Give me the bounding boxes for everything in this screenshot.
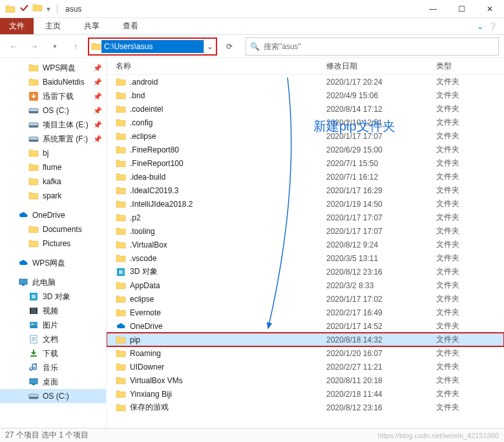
file-row[interactable]: .eclipse 2020/1/17 17:07 文件夹 bbox=[107, 129, 504, 143]
folder-icon bbox=[116, 118, 126, 128]
file-name: UIDowner bbox=[130, 363, 164, 372]
sidebar-pc-item[interactable]: 下载 bbox=[0, 346, 106, 361]
sidebar-quick-item[interactable]: flume bbox=[0, 160, 106, 174]
file-row[interactable]: VirtualBox VMs 2020/8/11 20:18 文件夹 bbox=[107, 374, 504, 387]
maximize-button[interactable]: ☐ bbox=[447, 0, 476, 18]
search-input[interactable] bbox=[264, 42, 494, 51]
sidebar-item-label: flume bbox=[43, 163, 61, 172]
file-type: 文件夹 bbox=[436, 76, 504, 87]
sidebar-quick-item[interactable]: OS (C:)📌 bbox=[0, 103, 106, 118]
refresh-button[interactable]: ⟳ bbox=[221, 38, 238, 55]
sidebar-item-label: Documents bbox=[43, 225, 82, 234]
sidebar-onedrive-item[interactable]: Documents bbox=[0, 222, 106, 237]
desk-icon bbox=[18, 277, 28, 288]
sidebar-pc-item[interactable]: OS (C:) bbox=[0, 389, 106, 403]
folder-icon bbox=[116, 308, 126, 318]
file-name: .tooling bbox=[130, 227, 155, 236]
back-button[interactable]: ← bbox=[5, 38, 22, 55]
file-row[interactable]: 3D 对象 2020/8/12 23:16 文件夹 bbox=[107, 265, 504, 279]
file-row[interactable]: .android 2020/1/17 20:24 文件夹 bbox=[107, 75, 504, 89]
file-row[interactable]: .p2 2020/1/17 17:07 文件夹 bbox=[107, 211, 504, 224]
folder-icon bbox=[116, 172, 126, 182]
file-row[interactable]: .IdeaIC2019.3 2020/1/17 16:29 文件夹 bbox=[107, 184, 504, 197]
column-header[interactable]: 名称 修改日期 类型 bbox=[107, 58, 504, 75]
qat-overflow-icon[interactable]: ▾ bbox=[47, 5, 50, 14]
col-name[interactable]: 名称 bbox=[113, 61, 326, 72]
music-icon bbox=[28, 363, 39, 373]
file-row[interactable]: AppData 2020/3/2 8:33 文件夹 bbox=[107, 279, 504, 292]
file-type: 文件夹 bbox=[436, 321, 504, 332]
address-bar[interactable]: ⌄ bbox=[88, 37, 217, 56]
close-button[interactable]: ✕ bbox=[476, 0, 504, 18]
sidebar-quick-item[interactable]: 系统重置 (F:)📌 bbox=[0, 132, 106, 146]
file-date: 2020/8/12 23:16 bbox=[326, 403, 436, 412]
ribbon-help-icon[interactable]: ⌄ ❔ bbox=[470, 18, 504, 34]
sidebar-quick-item[interactable]: 项目主体 (E:)📌 bbox=[0, 118, 106, 132]
sidebar[interactable]: WPS网盘📌BaiduNetdis📌迅雷下载📌OS (C:)📌项目主体 (E:)… bbox=[0, 58, 107, 428]
address-input[interactable] bbox=[101, 40, 204, 53]
sidebar-pc-item[interactable]: 文档 bbox=[0, 332, 106, 346]
file-row[interactable]: pip 2020/8/18 14:32 文件夹 bbox=[107, 333, 504, 346]
file-row[interactable]: .vscode 2020/3/5 13:11 文件夹 bbox=[107, 251, 504, 265]
up-button[interactable]: ↑ bbox=[67, 38, 84, 55]
file-row[interactable]: Yinxiang Biji 2020/2/18 11:44 文件夹 bbox=[107, 387, 504, 401]
file-row[interactable]: .IntelliJIdea2018.2 2020/1/19 14:50 文件夹 bbox=[107, 197, 504, 211]
file-row[interactable]: .codeintel 2020/8/14 17:12 文件夹 bbox=[107, 102, 504, 116]
qat-check-icon[interactable] bbox=[19, 3, 28, 14]
sidebar-onedrive[interactable]: OneDrive bbox=[0, 208, 106, 222]
address-chevron-icon[interactable]: ⌄ bbox=[204, 39, 216, 54]
file-list[interactable]: .android 2020/1/17 20:24 文件夹 .bnd 2020/4… bbox=[107, 75, 504, 428]
file-name: .p2 bbox=[130, 213, 141, 222]
file-row[interactable]: .FineReport100 2020/7/1 15:50 文件夹 bbox=[107, 156, 504, 170]
tab-view[interactable]: 查看 bbox=[111, 18, 150, 34]
sidebar-quick-item[interactable]: bj bbox=[0, 146, 106, 160]
sidebar-pc-item[interactable]: 桌面 bbox=[0, 375, 106, 389]
sidebar-item-label: WPS网盘 bbox=[32, 258, 65, 269]
file-row[interactable]: eclipse 2020/1/17 17:02 文件夹 bbox=[107, 292, 504, 306]
file-row[interactable]: UIDowner 2020/2/27 11:21 文件夹 bbox=[107, 360, 504, 374]
minimize-button[interactable]: — bbox=[419, 0, 447, 18]
file-date: 2020/1/17 17:02 bbox=[326, 295, 436, 304]
file-date: 2020/2/17 16:49 bbox=[326, 308, 436, 317]
sidebar-thispc[interactable]: 此电脑 bbox=[0, 275, 106, 289]
qat-folder-icon[interactable] bbox=[32, 3, 43, 15]
tab-home[interactable]: 主页 bbox=[34, 18, 72, 34]
tab-share[interactable]: 共享 bbox=[72, 18, 111, 34]
col-type[interactable]: 类型 bbox=[436, 61, 504, 72]
file-row[interactable]: .config 2020/2/10 12:51 文件夹 bbox=[107, 116, 504, 129]
folder-icon bbox=[116, 131, 126, 142]
sidebar-quick-item[interactable]: BaiduNetdis📌 bbox=[0, 75, 106, 89]
search-box[interactable]: 🔍 bbox=[246, 37, 499, 56]
file-row[interactable]: 保存的游戏 2020/8/12 23:16 文件夹 bbox=[107, 401, 504, 414]
sidebar-quick-item[interactable]: 迅雷下载📌 bbox=[0, 89, 106, 103]
sidebar-pc-item[interactable]: 音乐 bbox=[0, 361, 106, 375]
sidebar-item-label: Pictures bbox=[43, 239, 70, 248]
file-row[interactable]: Roaming 2020/1/20 16:07 文件夹 bbox=[107, 346, 504, 360]
file-type: 文件夹 bbox=[436, 158, 504, 169]
file-row[interactable]: Evernote 2020/2/17 16:49 文件夹 bbox=[107, 306, 504, 319]
sidebar-wps[interactable]: WPS网盘 bbox=[0, 256, 106, 270]
file-date: 2020/7/1 16:12 bbox=[326, 173, 436, 182]
file-row[interactable]: .VirtualBox 2020/8/12 9:24 文件夹 bbox=[107, 238, 504, 251]
sidebar-quick-item[interactable]: spark bbox=[0, 189, 106, 203]
sidebar-onedrive-item[interactable]: Pictures bbox=[0, 237, 106, 251]
tab-file[interactable]: 文件 bbox=[0, 18, 34, 34]
file-row[interactable]: .bnd 2020/4/9 15:06 文件夹 bbox=[107, 89, 504, 102]
sidebar-pc-item[interactable]: 3D 对象 bbox=[0, 289, 106, 304]
file-row[interactable]: OneDrive 2020/1/17 14:52 文件夹 bbox=[107, 319, 504, 333]
sidebar-pc-item[interactable]: 图片 bbox=[0, 318, 106, 332]
forward-button[interactable]: → bbox=[26, 38, 43, 55]
sidebar-quick-item[interactable]: WPS网盘📌 bbox=[0, 61, 106, 75]
sidebar-quick-item[interactable]: kafka bbox=[0, 174, 106, 189]
folder-icon bbox=[116, 280, 126, 291]
recent-dropdown[interactable]: ▼ bbox=[47, 38, 63, 55]
video-icon bbox=[28, 306, 39, 316]
xl-icon bbox=[28, 91, 39, 101]
sidebar-pc-item[interactable]: 视频 bbox=[0, 304, 106, 318]
file-row[interactable]: .idea-build 2020/7/1 16:12 文件夹 bbox=[107, 170, 504, 184]
col-date[interactable]: 修改日期 bbox=[326, 61, 436, 72]
cloud-icon bbox=[18, 210, 28, 220]
folder-icon bbox=[28, 224, 39, 235]
file-row[interactable]: .FineReport80 2020/6/29 15:00 文件夹 bbox=[107, 143, 504, 156]
file-row[interactable]: .tooling 2020/1/17 17:07 文件夹 bbox=[107, 224, 504, 238]
